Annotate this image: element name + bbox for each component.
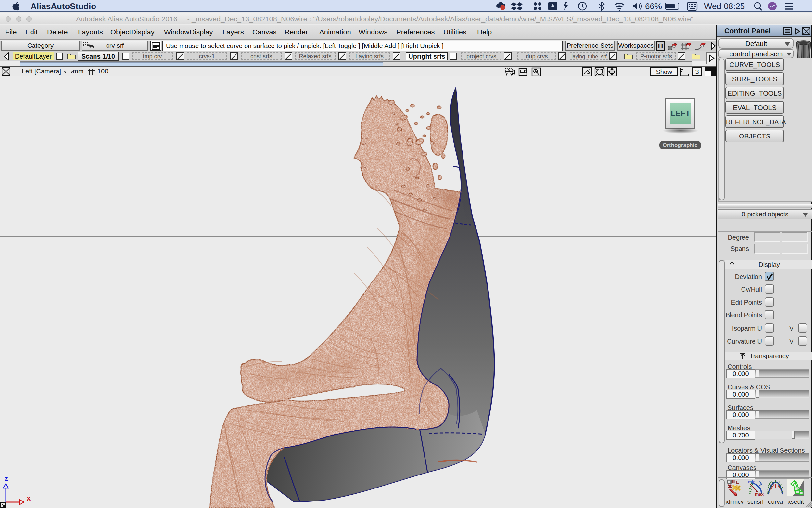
svg-text:x: x xyxy=(27,494,31,502)
svg-text:z: z xyxy=(5,474,8,483)
svg-text:min: min xyxy=(748,479,756,484)
svg-text:max: max xyxy=(755,492,764,496)
